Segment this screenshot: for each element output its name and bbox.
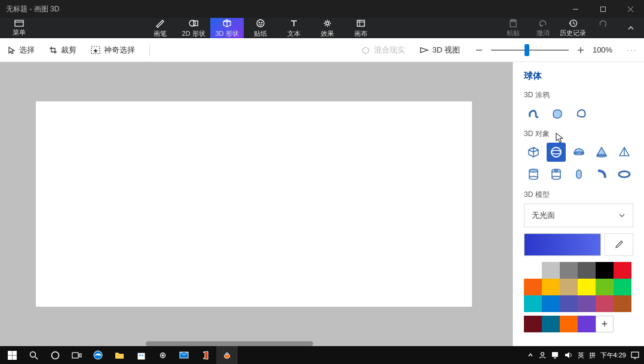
tab-label: 3D 形状: [215, 29, 238, 38]
color-swatch[interactable]: [596, 262, 614, 279]
folder-icon: [115, 351, 124, 359]
canvas-icon: [355, 18, 366, 28]
color-swatch[interactable]: [578, 295, 596, 312]
color-swatch[interactable]: [578, 279, 596, 295]
people-icon[interactable]: [538, 351, 547, 359]
shape-cylinder-hole[interactable]: [547, 165, 566, 184]
crop-tool[interactable]: 裁剪: [49, 45, 76, 55]
shape-cone[interactable]: [592, 143, 611, 162]
zoom-slider-track[interactable]: [491, 50, 569, 51]
canvas[interactable]: [36, 101, 472, 307]
collapse-panel-button[interactable]: [618, 18, 644, 38]
redo-button[interactable]: 重做: [588, 18, 618, 38]
volume-icon[interactable]: [565, 351, 573, 359]
custom-color-swatch[interactable]: [560, 316, 578, 332]
tab-effects[interactable]: 效果: [311, 18, 344, 38]
svg-rect-52: [554, 357, 556, 359]
tab-2d-shapes[interactable]: 2D 形状: [177, 18, 210, 38]
color-swatch[interactable]: [524, 279, 542, 295]
cortana-button[interactable]: [44, 346, 66, 364]
tab-canvas[interactable]: 画布: [344, 18, 378, 38]
object-shapes-grid: [524, 143, 633, 184]
zoom-percent[interactable]: 100%: [593, 45, 612, 54]
notifications-icon[interactable]: [631, 351, 639, 359]
settings-app[interactable]: [152, 346, 173, 364]
color-swatch[interactable]: [596, 279, 614, 295]
svg-rect-33: [8, 351, 12, 355]
task-view-button[interactable]: [66, 346, 87, 364]
horizontal-scrollbar[interactable]: [146, 341, 313, 346]
view-3d-tool[interactable]: 3D 视图: [419, 45, 460, 55]
svg-rect-12: [357, 20, 364, 26]
cortana-icon: [51, 351, 60, 360]
shape-sphere[interactable]: [547, 143, 566, 162]
more-button[interactable]: ···: [627, 45, 637, 54]
shape-tube-doodle[interactable]: [524, 104, 543, 123]
color-swatch[interactable]: [578, 262, 596, 279]
minimize-button[interactable]: [562, 0, 589, 18]
shape-pyramid[interactable]: [615, 143, 634, 162]
tool-label: 3D 视图: [433, 45, 460, 55]
color-swatch[interactable]: [542, 295, 560, 312]
shape-cube[interactable]: [524, 143, 543, 162]
custom-color-swatch[interactable]: [542, 316, 560, 332]
color-swatch[interactable]: [524, 295, 542, 312]
shape2d-icon: [188, 18, 199, 28]
search-button[interactable]: [23, 346, 44, 364]
side-panel: 球体 3D 涂鸦 3D 对象 3D 模型 无光面: [513, 62, 644, 346]
ime-mode[interactable]: 拼: [589, 351, 596, 360]
canvas-viewport[interactable]: [0, 62, 513, 346]
edge-app[interactable]: [87, 346, 109, 364]
color-swatch[interactable]: [560, 262, 578, 279]
shape-torus[interactable]: [615, 165, 634, 184]
expand-menu-button[interactable]: 菜单: [0, 18, 38, 38]
tab-3d-shapes[interactable]: 3D 形状: [210, 18, 244, 38]
network-icon[interactable]: [551, 351, 560, 359]
mail-app[interactable]: [173, 346, 195, 364]
maximize-button[interactable]: [589, 0, 617, 18]
shape-curve[interactable]: [592, 165, 611, 184]
chevron-up-icon[interactable]: [528, 352, 533, 358]
shape-capsule[interactable]: [569, 165, 588, 184]
shape-flat-doodle[interactable]: [572, 104, 591, 123]
current-color-swatch[interactable]: [524, 233, 601, 256]
custom-color-swatch[interactable]: [524, 316, 542, 332]
office-app[interactable]: [195, 346, 216, 364]
select-tool[interactable]: 选择: [7, 45, 35, 55]
color-swatch[interactable]: [524, 262, 542, 279]
color-swatch[interactable]: [614, 262, 631, 279]
zoom-out-button[interactable]: [474, 45, 484, 55]
zoom-in-button[interactable]: [576, 45, 585, 55]
tab-stickers[interactable]: 贴纸: [244, 18, 277, 38]
color-swatch[interactable]: [560, 279, 578, 295]
undo-button[interactable]: 撤消: [528, 18, 558, 38]
mixed-reality-tool: 混合现实: [361, 45, 405, 55]
magic-select-tool[interactable]: 神奇选择: [91, 45, 135, 55]
eyedropper-button[interactable]: [605, 233, 633, 256]
svg-point-49: [226, 353, 228, 355]
material-dropdown[interactable]: 无光面: [524, 203, 633, 227]
add-color-button[interactable]: +: [596, 316, 614, 332]
shape-soft-doodle[interactable]: [548, 104, 567, 123]
shape-hemisphere[interactable]: [569, 143, 588, 162]
paste-button[interactable]: 粘贴: [498, 18, 528, 38]
color-swatch[interactable]: [596, 295, 614, 312]
paint3d-app[interactable]: [216, 346, 238, 364]
ime-lang[interactable]: 英: [578, 351, 584, 360]
tab-brushes[interactable]: 画笔: [143, 18, 177, 38]
color-swatch[interactable]: [560, 295, 578, 312]
history-button[interactable]: 历史记录: [558, 18, 588, 38]
zoom-slider-thumb[interactable]: [525, 44, 529, 56]
color-swatch[interactable]: [614, 279, 631, 295]
start-button[interactable]: [1, 346, 23, 364]
store-app[interactable]: [130, 346, 152, 364]
color-swatch[interactable]: [542, 262, 560, 279]
close-button[interactable]: [617, 0, 644, 18]
color-swatch[interactable]: [542, 279, 560, 295]
tab-text[interactable]: 文本: [277, 18, 311, 38]
clock[interactable]: 下午4:29: [600, 351, 626, 360]
color-swatch[interactable]: [614, 295, 631, 312]
shape-cylinder[interactable]: [524, 165, 543, 184]
custom-color-swatch[interactable]: [578, 316, 596, 332]
explorer-app[interactable]: [109, 346, 130, 364]
